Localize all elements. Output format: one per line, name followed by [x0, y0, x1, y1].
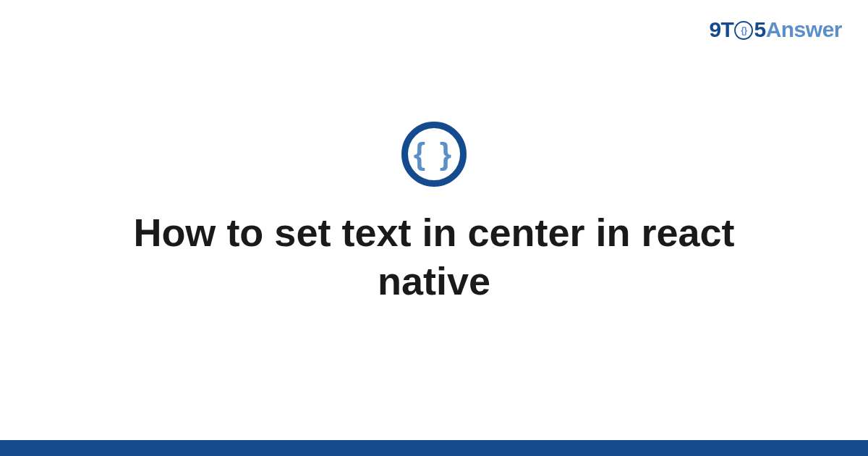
topic-icon-ring: { }: [401, 122, 467, 187]
code-braces-icon: { }: [414, 139, 454, 169]
footer-accent-bar: [0, 440, 868, 456]
page-title: How to set text in center in react nativ…: [72, 208, 796, 306]
main-content: { } How to set text in center in react n…: [0, 0, 868, 456]
